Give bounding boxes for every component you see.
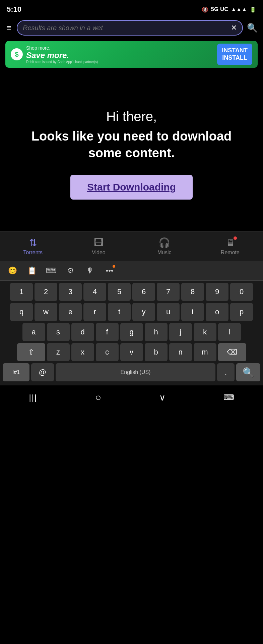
key-e[interactable]: e — [59, 303, 82, 321]
key-4[interactable]: 4 — [83, 283, 106, 301]
music-icon: 🎧 — [158, 237, 170, 248]
key-2[interactable]: 2 — [35, 283, 57, 301]
key-6[interactable]: 6 — [132, 283, 155, 301]
key-g[interactable]: g — [120, 323, 143, 341]
key-s[interactable]: s — [47, 323, 70, 341]
key-a[interactable]: a — [22, 323, 45, 341]
keyboard-row-zxcv: ⇧ z x c v b n m ⌫ — [1, 343, 262, 361]
key-b[interactable]: b — [145, 343, 168, 361]
ad-install-button[interactable]: INSTANTINSTALL — [217, 44, 252, 65]
key-1[interactable]: 1 — [10, 283, 33, 301]
torrents-icon: ⇅ — [29, 237, 37, 248]
key-9[interactable]: 9 — [206, 283, 228, 301]
ad-left: $ Shop more. Save more. Debit card issue… — [11, 45, 98, 64]
key-y[interactable]: y — [132, 303, 155, 321]
keyboard-row-qwerty: q w e r t y u i o p — [1, 303, 262, 321]
bottom-nav: ⇅ Torrents 🎞 Video 🎧 Music 🖥 Remote — [0, 231, 263, 261]
key-f[interactable]: f — [96, 323, 119, 341]
microphone-button[interactable]: 🎙 — [83, 264, 97, 278]
key-l[interactable]: l — [218, 323, 241, 341]
video-label: Video — [92, 250, 106, 256]
at-key[interactable]: @ — [31, 363, 54, 381]
emoji-button[interactable]: 😊 — [5, 264, 19, 278]
key-o[interactable]: o — [206, 303, 228, 321]
network-label: 5G UC — [211, 6, 228, 13]
recents-button[interactable]: ∨ — [159, 392, 166, 403]
key-v[interactable]: v — [120, 343, 143, 361]
battery-icon: 🔋 — [250, 6, 256, 13]
backspace-key[interactable]: ⌫ — [218, 343, 246, 361]
key-n[interactable]: n — [169, 343, 192, 361]
status-icons: 🔇 5G UC ▲▲▲ 🔋 — [202, 6, 256, 13]
search-input[interactable] — [23, 24, 228, 32]
status-bar: 5:10 🔇 5G UC ▲▲▲ 🔋 — [0, 0, 263, 17]
clipboard-button[interactable]: 📋 — [25, 264, 39, 278]
key-p[interactable]: p — [230, 303, 253, 321]
search-button[interactable]: 🔍 — [247, 23, 258, 33]
search-input-container: ✕ — [17, 20, 243, 36]
keyboard: 1 2 3 4 5 6 7 8 9 0 q w e r t y u i o p … — [0, 281, 263, 385]
keyboard-search-key[interactable]: 🔍 — [236, 363, 260, 381]
key-d[interactable]: d — [71, 323, 94, 341]
back-button[interactable]: ||| — [29, 393, 37, 402]
key-x[interactable]: x — [71, 343, 94, 361]
more-options-dot — [113, 265, 115, 268]
status-time: 5:10 — [7, 5, 21, 14]
ad-dollar-icon: $ — [11, 48, 23, 60]
ad-banner: $ Shop more. Save more. Debit card issue… — [5, 41, 258, 68]
keyboard-row-numbers: 1 2 3 4 5 6 7 8 9 0 — [1, 283, 262, 301]
ad-save-more: Save more. — [26, 51, 98, 60]
remote-label: Remote — [221, 250, 240, 256]
dot-key[interactable]: . — [217, 363, 235, 381]
nav-tab-torrents[interactable]: ⇅ Torrents — [0, 234, 66, 258]
keyboard-row-asdf: a s d f g h j k l — [1, 323, 262, 341]
main-content: Hi there, Looks like you need to downloa… — [0, 70, 263, 231]
start-downloading-button[interactable]: Start Downloading — [70, 175, 193, 200]
remote-notification-dot — [234, 236, 237, 240]
ad-sub-text: Debit card issued by Cash App's bank par… — [26, 60, 98, 64]
nav-tab-music[interactable]: 🎧 Music — [132, 234, 197, 258]
shift-key[interactable]: ⇧ — [17, 343, 45, 361]
hamburger-button[interactable]: ≡ — [5, 22, 13, 34]
nav-bar: ||| ○ ∨ ⌨ — [0, 385, 263, 410]
key-q[interactable]: q — [10, 303, 33, 321]
keyboard-toolbar: 😊 📋 ⌨ ⚙ 🎙 ••• — [0, 261, 263, 281]
video-icon: 🎞 — [94, 237, 103, 248]
key-0[interactable]: 0 — [230, 283, 253, 301]
ad-shop-more: Shop more. — [26, 45, 98, 51]
key-u[interactable]: u — [157, 303, 180, 321]
keyboard-row-bottom: !#1 @ English (US) . 🔍 — [1, 363, 262, 381]
key-r[interactable]: r — [83, 303, 106, 321]
signal-icon: ▲▲▲ — [231, 6, 247, 12]
more-options-button[interactable]: ••• — [103, 264, 117, 278]
space-key[interactable]: English (US) — [56, 363, 215, 381]
search-clear-button[interactable]: ✕ — [231, 23, 237, 32]
search-bar-row: ≡ ✕ 🔍 — [0, 17, 263, 38]
key-8[interactable]: 8 — [181, 283, 204, 301]
key-h[interactable]: h — [145, 323, 168, 341]
settings-button[interactable]: ⚙ — [64, 264, 78, 278]
key-t[interactable]: t — [108, 303, 131, 321]
keyboard-layout-button[interactable]: ⌨ — [44, 264, 58, 278]
key-k[interactable]: k — [194, 323, 216, 341]
nav-tab-remote[interactable]: 🖥 Remote — [197, 234, 263, 258]
key-3[interactable]: 3 — [59, 283, 82, 301]
main-greeting: Hi there, — [106, 109, 157, 124]
special-chars-key[interactable]: !#1 — [3, 363, 29, 381]
key-i[interactable]: i — [181, 303, 204, 321]
key-m[interactable]: m — [194, 343, 216, 361]
key-7[interactable]: 7 — [157, 283, 180, 301]
mute-icon: 🔇 — [202, 6, 208, 13]
ad-text: Shop more. Save more. Debit card issued … — [26, 45, 98, 64]
main-subtext: Looks like you need to download some con… — [13, 128, 250, 161]
nav-tab-video[interactable]: 🎞 Video — [66, 234, 131, 258]
torrents-label: Torrents — [23, 250, 43, 256]
key-j[interactable]: j — [169, 323, 192, 341]
key-z[interactable]: z — [47, 343, 70, 361]
key-c[interactable]: c — [96, 343, 119, 361]
key-5[interactable]: 5 — [108, 283, 131, 301]
home-button[interactable]: ○ — [95, 392, 101, 403]
music-label: Music — [157, 250, 172, 256]
key-w[interactable]: w — [35, 303, 57, 321]
keyboard-hide-button[interactable]: ⌨ — [223, 393, 234, 402]
